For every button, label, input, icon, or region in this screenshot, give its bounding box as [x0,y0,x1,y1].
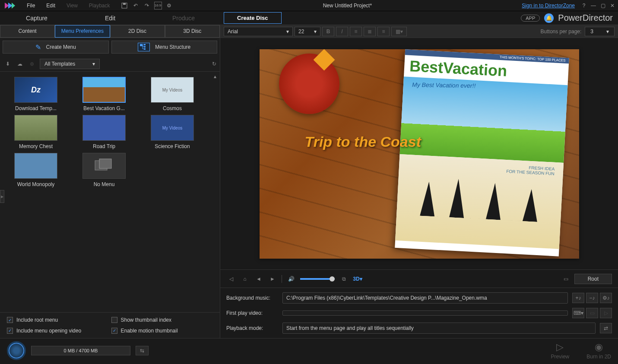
music-settings-icon[interactable]: ⚙♪ [600,293,612,303]
save-icon[interactable] [120,2,128,9]
playback-mode-options-icon[interactable]: ⇄ [600,323,612,333]
template-download[interactable]: Dz Download Temp... [3,77,68,111]
workspace: ▶ Content Menu Preferences 2D Disc 3D Di… [0,25,618,338]
minimize-icon[interactable]: — [589,2,597,9]
menu-edit[interactable]: Edit [41,1,60,10]
italic-button[interactable]: I [336,27,348,36]
import-icon[interactable]: ⬇ [3,60,12,68]
checkbox-label: Include menu opening video [16,328,81,334]
align-left-button[interactable]: ≡ [350,27,362,36]
nav-back-icon[interactable]: ◁ [226,274,236,284]
create-menu-label: Create Menu [46,44,76,50]
font-family-select[interactable]: Arial ▾ [224,27,293,36]
template-thumb: Dz [14,77,57,103]
template-memory-chest[interactable]: Memory Chest [3,115,68,149]
remove-music-icon[interactable]: −♪ [586,293,598,303]
menu-settings: Background music: C:\Program Files (x86)… [220,288,618,338]
share-icon[interactable]: ⊕ [28,60,36,68]
template-filter-dropdown[interactable]: All Templates ▾ [40,59,100,69]
right-panel: Arial ▾ 22 ▾ B I ≡ ≣ ≡ ▦▾ Buttons per pa… [220,25,618,338]
cloud-icon[interactable]: ☁ [16,60,24,68]
app-badge[interactable]: APP [521,15,540,22]
root-button[interactable]: Root [574,274,612,284]
disc-options-icon[interactable]: ⇆ [136,346,149,355]
maximize-icon[interactable]: ▢ [599,2,607,9]
disc-size-progress: 0 MB / 4700 MB [31,346,130,355]
layout-button[interactable]: ▦▾ [391,27,407,36]
checkbox-include-root[interactable]: ✓ Include root menu [7,316,109,324]
tab-3d-disc[interactable]: 3D Disc [165,25,220,38]
template-grid: ▴ Dz Download Temp... Best Vacation G...… [0,72,220,312]
mode-edit[interactable]: Edit [73,11,147,25]
size-value: 22 [298,28,304,35]
browse-video-icon[interactable]: ⌨▾ [572,308,584,318]
chevron-down-icon: ▾ [92,61,95,67]
menu-title-text[interactable]: Trip to the Coast [305,133,422,150]
preview-button[interactable]: ▷ Preview [551,342,570,360]
preview-magazine-graphic: THIS MONTH'S TOPIC: TOP 100 PLACES BestV… [395,49,569,256]
3d-toggle[interactable]: 3D ▾ [353,274,362,284]
bg-music-field[interactable]: C:\Program Files (x86)\CyberLink\Templat… [282,292,568,304]
add-music-icon[interactable]: +♪ [572,293,584,303]
buttons-per-page-select[interactable]: 3 ▾ [585,27,615,36]
filter-bar: ⬇ ☁ ⊕ All Templates ▾ ↻ [0,56,220,72]
playback-mode-field[interactable]: Start from the menu page and play all ti… [282,323,596,334]
create-menu-button[interactable]: ✎ Create Menu [3,41,109,54]
notification-bell-icon[interactable]: 🔔 [544,13,554,23]
help-icon[interactable]: ? [580,2,588,9]
remove-video-icon[interactable]: ▭ [586,308,598,318]
burn-button[interactable]: ◉ Burn in 2D [586,342,611,360]
template-road-trip[interactable]: Road Trip [72,115,136,149]
checkbox-label: Include root menu [16,317,58,323]
checkbox-motion-thumb[interactable]: ✓ Enable motion thumbnail [111,327,213,335]
first-play-field[interactable] [282,310,568,316]
align-center-button[interactable]: ≣ [364,27,376,36]
refresh-icon[interactable]: ↻ [212,61,216,67]
signin-link[interactable]: Sign in to DirectorZone [522,3,575,9]
template-cosmos[interactable]: My Videos Cosmos [140,77,205,111]
scroll-up-icon[interactable]: ▴ [214,73,218,78]
first-play-label: First play video: [226,310,278,316]
checkbox-thumb-index[interactable]: Show thumbnail index [111,316,213,324]
template-label: Science Fiction [155,143,190,149]
aspect-ratio-icon[interactable]: 16:9 [154,2,162,9]
menu-file[interactable]: File [22,1,40,10]
disc-icon[interactable] [7,341,26,360]
template-science-fiction[interactable]: My Videos Science Fiction [140,115,205,149]
close-icon[interactable]: ✕ [608,2,616,9]
preview-area: THIS MONTH'S TOPIC: TOP 100 PLACES BestV… [220,38,618,269]
prev-icon[interactable]: ◄ [254,274,263,284]
template-world-monopoly[interactable]: World Monopoly [3,153,68,187]
volume-slider[interactable] [300,278,335,280]
snapshot-icon[interactable]: ⧉ [339,274,349,284]
mode-bar: Capture Edit Produce Create Disc APP 🔔 P… [0,11,618,25]
bottom-bar: 0 MB / 4700 MB ⇆ ▷ Preview ◉ Burn in 2D [0,338,618,362]
chevron-down-icon: ▾ [606,28,609,35]
volume-icon[interactable]: 🔊 [286,274,296,284]
undo-icon[interactable]: ↶ [132,2,139,9]
menu-structure-button[interactable]: Menu Structure [111,41,218,54]
tab-menu-preferences[interactable]: Menu Preferences [55,25,110,38]
mode-capture[interactable]: Capture [0,11,73,25]
bold-button[interactable]: B [322,27,334,36]
next-icon[interactable]: ► [268,274,277,284]
home-icon[interactable]: ⌂ [240,274,250,284]
template-no-menu[interactable]: No Menu [72,153,136,187]
template-best-vacation[interactable]: Best Vacation G... [72,77,136,111]
redo-icon[interactable]: ↷ [143,2,151,9]
font-size-select[interactable]: 22 ▾ [295,27,320,36]
template-label: Best Vacation G... [83,105,125,111]
tab-content[interactable]: Content [0,25,55,38]
svg-rect-7 [99,159,111,168]
display-options-icon[interactable]: ▭ [561,274,571,284]
checkbox-opening-video[interactable]: ✓ Include menu opening video [7,327,109,335]
play-video-icon[interactable]: ▷ [600,308,612,318]
svg-rect-2 [140,44,143,46]
settings-gear-icon[interactable]: ⚙ [165,2,173,9]
tab-2d-disc[interactable]: 2D Disc [110,25,165,38]
align-right-button[interactable]: ≡ [377,27,390,36]
preview-canvas[interactable]: THIS MONTH'S TOPIC: TOP 100 PLACES BestV… [260,49,579,259]
template-label: Memory Chest [19,143,53,149]
mode-create-disc[interactable]: Create Disc [224,12,282,24]
playback-bar: ◁ ⌂ ◄ ► 🔊 ⧉ 3D ▾ ▭ Root [220,269,618,288]
